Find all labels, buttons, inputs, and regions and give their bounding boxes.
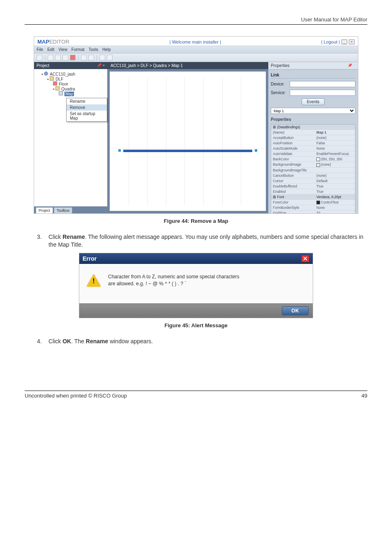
canvas-panel: ACC110_jash > DLF > Quadra > Map 1 (107, 62, 268, 213)
toolbar-icon[interactable] (55, 55, 61, 60)
menu-edit[interactable]: Edit (47, 47, 54, 52)
error-title: Error (83, 255, 97, 262)
property-grid[interactable]: ⊞ (DataBindings) (Name)Map 1 AcceptButto… (271, 124, 355, 213)
page-footer: Uncontrolled when printed © RISCO Group … (25, 391, 367, 399)
tab-project[interactable]: Project (36, 207, 53, 213)
ctx-remove[interactable]: Remove (67, 104, 107, 111)
tree-map[interactable]: Map (59, 91, 106, 96)
footer-right: 49 (362, 393, 367, 399)
screenshot-map-editor: MAPEDITOR | Welcome main installer | | L… (34, 36, 358, 214)
link-heading: Link (271, 72, 355, 79)
minimize-icon[interactable]: _ (341, 39, 347, 44)
figure44-caption: Figure 44: Remove a Map (25, 218, 367, 224)
figure45-caption: Figure 45: Alert Message (25, 322, 367, 328)
map-select[interactable]: Map 1 (271, 108, 355, 114)
tree-root[interactable]: ▪ ACC110_jash ▪ DLF Floor ▪ Quadra Map (42, 72, 106, 96)
menu-view[interactable]: View (58, 47, 67, 52)
map-canvas[interactable] (110, 72, 266, 211)
ctx-startup[interactable]: Set as startup Map (67, 111, 107, 121)
toolbar-icon[interactable] (81, 55, 87, 60)
device-label: Device: (271, 82, 287, 86)
properties-panel: Properties 📌 × Link Device: Service: Eve… (268, 62, 358, 213)
menu-help[interactable]: Help (102, 47, 111, 52)
step-3: 3. Click Rename. The following alert mes… (37, 233, 367, 249)
logout-link[interactable]: | Logout | (321, 39, 340, 44)
toolbar-icon[interactable] (99, 55, 105, 60)
step-4: 4. Click OK. The Rename window appears. (37, 338, 367, 345)
ctx-rename[interactable]: Rename (67, 98, 107, 104)
breadcrumb: ACC110_jash > DLF > Quadra > Map 1 (107, 62, 268, 69)
service-label: Service: (271, 90, 287, 95)
device-input[interactable] (290, 81, 355, 87)
page-header: User Manual for MAP Editor (25, 16, 367, 25)
error-message: Character from A to Z, numeric and some … (108, 273, 239, 287)
tree-quadra[interactable]: ▪ Quadra Map (53, 86, 106, 96)
menu-file[interactable]: File (37, 47, 43, 52)
menu-bar: File Edit View Format Tools Help (34, 46, 358, 53)
close-icon[interactable]: × (349, 39, 355, 44)
welcome-text: | Welcome main installer | (169, 39, 221, 44)
menu-tools[interactable]: Tools (89, 47, 98, 52)
app-titlebar: MAPEDITOR | Welcome main installer | | L… (34, 37, 358, 46)
pin-icon[interactable]: 📌 × (97, 63, 105, 68)
toolbar (34, 53, 358, 62)
error-titlebar: Error ✕ (79, 253, 313, 264)
menu-format[interactable]: Format (71, 47, 85, 52)
toolbar-icon[interactable] (88, 55, 94, 60)
events-button[interactable]: Events (302, 98, 325, 105)
warning-icon: ! (87, 274, 101, 287)
screenshot-error-dialog: Error ✕ ! Character from A to Z, numeric… (79, 253, 313, 319)
tree-dlf[interactable]: ▪ DLF Floor ▪ Quadra Map (47, 76, 106, 96)
footer-left: Uncontrolled when printed © RISCO Group (25, 393, 127, 399)
toolbar-icon[interactable] (37, 55, 42, 60)
close-icon[interactable]: ✕ (301, 255, 309, 262)
toolbar-icon[interactable] (62, 55, 68, 60)
service-input[interactable] (290, 90, 355, 96)
project-panel-title: Project (37, 63, 49, 68)
project-panel: Project 📌 × ▪ ACC110_jash ▪ DLF Floor ▪ … (34, 62, 107, 213)
tab-toolbox[interactable]: Toolbox (54, 207, 72, 213)
properties-title: Properties (271, 63, 290, 68)
toolbar-icon[interactable] (70, 55, 76, 60)
ok-button[interactable]: OK (282, 306, 309, 315)
tree-floor[interactable]: Floor (53, 81, 106, 86)
context-menu: Rename Remove Set as startup Map (66, 98, 107, 122)
toolbar-icon[interactable] (48, 55, 53, 60)
app-brand: MAPEDITOR (37, 39, 69, 45)
toolbar-icon[interactable] (107, 55, 113, 60)
pin-icon[interactable]: 📌 × (348, 63, 355, 68)
propgrid-heading: Properties (271, 117, 355, 122)
